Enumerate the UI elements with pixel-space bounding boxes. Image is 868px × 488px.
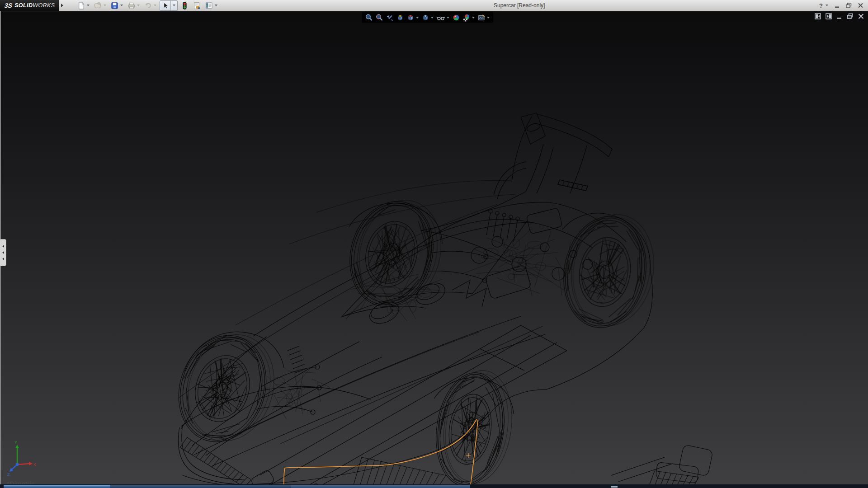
open-folder-icon — [94, 1, 102, 10]
edit-appearance-icon — [452, 14, 460, 22]
sketch-point-marker — [466, 453, 471, 458]
apply-scene-button[interactable] — [462, 14, 475, 22]
previous-view-icon — [386, 14, 394, 22]
pane-toggle-right-icon[interactable] — [826, 13, 832, 19]
display-style-dropdown-arrow[interactable] — [431, 17, 434, 19]
taskbar-segment — [110, 485, 291, 488]
new-document-icon — [77, 1, 85, 10]
print-dropdown-arrow[interactable] — [137, 5, 140, 6]
display-style-icon — [421, 14, 429, 22]
file-properties-icon — [193, 1, 201, 10]
new-document-button[interactable] — [76, 1, 91, 10]
solidworks-window: 3S SOLIDWORKS — [0, 0, 868, 488]
undo-button[interactable] — [143, 1, 158, 10]
flyout-arrow-icon — [61, 4, 63, 7]
zoom-to-area-icon — [375, 14, 383, 22]
open-button[interactable] — [93, 1, 108, 10]
select-cursor-icon — [161, 2, 169, 9]
print-icon — [127, 1, 136, 10]
rebuild-traffic-light-icon — [180, 1, 189, 10]
wheel-front-right — [429, 365, 519, 488]
undo-dropdown-arrow[interactable] — [154, 5, 156, 6]
hide-show-items-icon — [436, 14, 445, 22]
triad-z-label: Z — [7, 472, 10, 477]
save-button[interactable] — [109, 1, 124, 10]
taskbar-glint — [611, 486, 618, 488]
model-wireframe-scene[interactable]: Y X Z — [0, 11, 868, 488]
taskbar-edge — [0, 484, 868, 488]
wheel-rear-right — [555, 206, 662, 335]
apply-scene-dropdown-arrow[interactable] — [472, 17, 475, 19]
cockpit-detail — [351, 261, 443, 321]
wheel-front-left — [165, 321, 288, 455]
graphics-viewport[interactable]: Y X Z — [0, 11, 868, 488]
standard-toolbar — [76, 0, 219, 11]
view-settings-button[interactable] — [477, 14, 490, 22]
select-dropdown-arrow[interactable] — [170, 1, 177, 10]
engine-detail — [463, 228, 580, 296]
taskbar-segment — [4, 485, 110, 488]
section-view-icon — [396, 14, 404, 22]
options-icon — [205, 1, 213, 10]
zoom-to-fit-button[interactable] — [365, 14, 373, 22]
display-style-button[interactable] — [421, 14, 434, 22]
document-restore-button[interactable] — [847, 13, 854, 19]
zoom-to-fit-icon — [365, 14, 373, 22]
document-window-controls — [815, 13, 864, 19]
hide-show-dropdown-arrow[interactable] — [447, 17, 449, 19]
orientation-triad[interactable]: Y X Z — [7, 440, 36, 477]
undo-icon — [144, 1, 152, 10]
view-orientation-icon — [406, 14, 415, 22]
zoom-to-area-button[interactable] — [375, 14, 383, 22]
close-button[interactable] — [858, 3, 863, 8]
heads-up-view-toolbar — [362, 12, 493, 23]
rebuild-button[interactable] — [179, 1, 190, 10]
window-title: Supercar [Read-only] — [494, 2, 545, 9]
help-dropdown-arrow[interactable] — [826, 5, 828, 6]
taskbar-segment — [470, 486, 868, 488]
restore-button[interactable] — [846, 3, 852, 8]
section-view-button[interactable] — [396, 14, 404, 22]
save-floppy-icon — [110, 1, 119, 10]
selected-splitter-sketch — [284, 419, 478, 488]
pane-toggle-left-icon[interactable] — [815, 13, 821, 19]
apply-scene-icon — [462, 14, 471, 22]
previous-view-button[interactable] — [386, 14, 394, 22]
menu-flyout-arrow[interactable] — [59, 0, 66, 11]
reveal-arrow-icon — [2, 245, 4, 248]
options-button[interactable] — [204, 1, 219, 10]
car-wireframe — [165, 113, 713, 488]
view-orientation-dropdown-arrow[interactable] — [416, 17, 419, 19]
title-bar[interactable]: 3S SOLIDWORKS — [0, 0, 868, 11]
front-suspension-detail — [267, 365, 330, 419]
document-close-button[interactable] — [858, 13, 864, 19]
logo-works: WORKS — [33, 2, 55, 9]
reveal-arrow-icon — [2, 251, 4, 254]
titlebar-window-buttons: ? — [819, 0, 863, 11]
taskbar-segment — [291, 485, 470, 488]
options-dropdown-arrow[interactable] — [215, 5, 217, 6]
solidworks-logo: 3S SOLIDWORKS — [0, 0, 59, 11]
view-settings-dropdown-arrow[interactable] — [487, 17, 490, 19]
save-dropdown-arrow[interactable] — [120, 5, 123, 6]
file-properties-button[interactable] — [192, 1, 202, 10]
select-tool-button[interactable] — [160, 0, 178, 11]
open-dropdown-arrow[interactable] — [104, 5, 106, 6]
hide-show-items-button[interactable] — [436, 14, 450, 22]
triad-x-label: X — [33, 462, 36, 467]
minimize-button[interactable] — [835, 3, 840, 8]
logo-solid: SOLID — [14, 2, 33, 9]
new-dropdown-arrow[interactable] — [87, 5, 90, 6]
help-button[interactable]: ? — [819, 2, 823, 9]
logo-3s-glyph: 3S — [4, 2, 13, 9]
view-settings-icon — [477, 14, 486, 22]
feature-tree-reveal-tab[interactable] — [0, 239, 6, 266]
deck-louver-hatch — [558, 180, 588, 191]
reveal-arrow-icon — [2, 258, 4, 260]
edit-appearance-button[interactable] — [452, 14, 460, 22]
print-button[interactable] — [126, 1, 141, 10]
document-minimize-button[interactable] — [836, 13, 843, 19]
view-orientation-button[interactable] — [406, 14, 419, 22]
triad-y-label: Y — [14, 440, 17, 445]
